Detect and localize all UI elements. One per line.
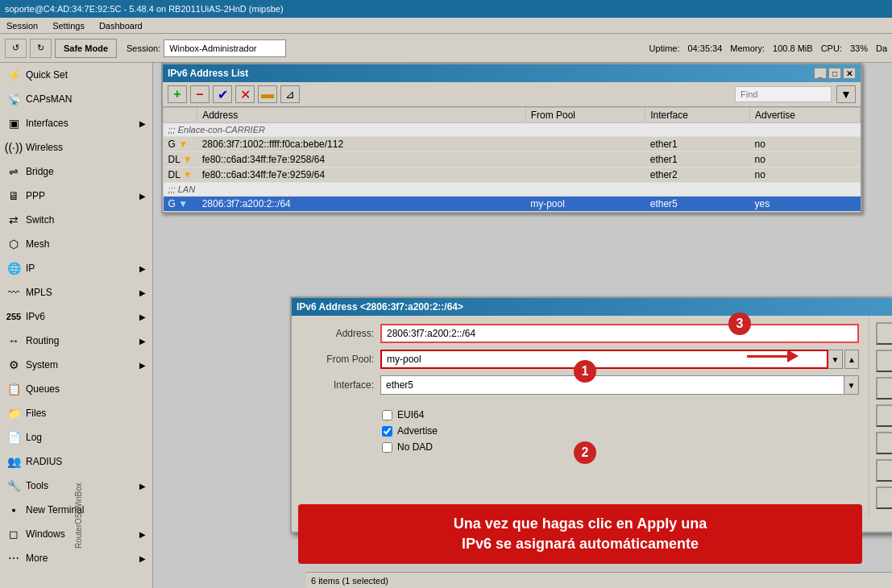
- move-button[interactable]: ▬: [258, 85, 277, 103]
- menu-bar: Session Settings Dashboard: [0, 18, 892, 34]
- disable-button[interactable]: Disable: [876, 404, 892, 427]
- sidebar-item-interfaces[interactable]: ▣ Interfaces ▶: [0, 111, 152, 135]
- sidebar-item-mpls[interactable]: 〰 MPLS ▶: [0, 280, 152, 304]
- find-input[interactable]: [735, 86, 832, 102]
- sidebar-label-mesh: Mesh: [26, 238, 49, 250]
- eui64-label[interactable]: EUI64: [397, 409, 424, 420]
- eui64-row: EUI64: [382, 409, 859, 420]
- ok-button[interactable]: OK: [876, 322, 892, 345]
- list-arrow-btn[interactable]: ▼: [836, 85, 856, 103]
- sidebar-label-ipv6: IPv6: [26, 311, 45, 322]
- memory-value: 100.8 MiB: [773, 43, 813, 53]
- row-interface: ether5: [645, 197, 750, 212]
- files-icon: 📁: [6, 406, 21, 420]
- cancel-button[interactable]: Cancel: [876, 350, 892, 372]
- edit-button[interactable]: ✔: [213, 85, 232, 103]
- sidebar-item-system[interactable]: ⚙ System ▶: [0, 353, 152, 377]
- row-advertise: no: [749, 137, 860, 152]
- sidebar-item-routing[interactable]: ↔ Routing ▶: [0, 329, 152, 353]
- add-button[interactable]: +: [168, 85, 187, 103]
- row-flag: DL ▼: [164, 152, 197, 168]
- sidebar-item-mesh[interactable]: ⬡ Mesh: [0, 232, 152, 256]
- cpu-label: CPU:: [821, 43, 842, 53]
- session-input[interactable]: [164, 39, 286, 57]
- row-pool: [525, 137, 645, 152]
- sidebar-item-log[interactable]: 📄 Log: [0, 425, 152, 449]
- status-right: Uptime: 04:35:34 Memory: 100.8 MiB CPU: …: [649, 43, 887, 53]
- sidebar-item-ip[interactable]: 🌐 IP ▶: [0, 256, 152, 280]
- sidebar-label-system: System: [26, 359, 58, 371]
- eui64-checkbox[interactable]: [382, 410, 392, 420]
- menu-settings[interactable]: Settings: [49, 20, 88, 31]
- col-header-from-pool[interactable]: From Pool: [525, 108, 645, 123]
- col-header-advertise[interactable]: Advertise: [749, 108, 860, 123]
- minimize-button[interactable]: _: [814, 68, 827, 79]
- col-header-empty: [164, 108, 197, 123]
- system-icon: ⚙: [6, 358, 21, 372]
- sidebar-item-files[interactable]: 📁 Files: [0, 401, 152, 425]
- row-pool: [525, 152, 645, 168]
- title-bar: soporte@C4:AD:34:7E:92:5C - 5.48.4 on RB…: [0, 0, 892, 18]
- ipv6-list-titlebar: IPv6 Address List _ □ ✕: [163, 64, 861, 82]
- no-dad-checkbox[interactable]: [382, 442, 392, 453]
- advertise-label[interactable]: Advertise: [397, 425, 438, 437]
- radius-icon: 👥: [6, 454, 21, 469]
- apply-button[interactable]: Apply: [876, 377, 892, 400]
- from-pool-up-btn[interactable]: ▲: [844, 350, 859, 369]
- from-pool-dropdown-btn[interactable]: ▼: [828, 350, 843, 369]
- ipv6-arrow: ▶: [139, 313, 146, 321]
- interface-select[interactable]: [380, 375, 844, 395]
- row-address: 2806:3f7:1002::ffff:f0ca:bebe/112: [197, 137, 526, 152]
- sidebar-item-ipv6[interactable]: 255 IPv6 ▶: [0, 304, 152, 329]
- sidebar-item-ppp[interactable]: 🖥 PPP ▶: [0, 184, 152, 208]
- sidebar-item-wireless[interactable]: ((·)) Wireless: [0, 135, 152, 159]
- table-row[interactable]: G ▼ 2806:3f7:1002::ffff:f0ca:bebe/112 et…: [164, 137, 861, 152]
- queues-icon: 📋: [6, 382, 21, 396]
- ppp-icon: 🖥: [6, 188, 21, 203]
- group-name-carrier: ;;; Enlace-con-CARRIER: [164, 123, 861, 137]
- menu-dashboard[interactable]: Dashboard: [96, 20, 146, 31]
- col-header-interface[interactable]: Interface: [645, 108, 750, 123]
- group-name-lan: ;;; LAN: [164, 183, 861, 197]
- annotation-banner: Una vez que hagas clic en Apply una IPv6…: [298, 504, 862, 564]
- address-input[interactable]: [380, 324, 859, 343]
- interface-dropdown-btn[interactable]: ▼: [844, 375, 859, 395]
- close-button[interactable]: ✕: [843, 68, 856, 79]
- sidebar-label-wireless: Wireless: [26, 142, 63, 153]
- group-header-carrier: ;;; Enlace-con-CARRIER: [164, 123, 861, 137]
- forward-button[interactable]: ↻: [30, 39, 52, 58]
- row-pool: my-pool: [525, 197, 645, 212]
- no-dad-row: No DAD: [382, 441, 859, 453]
- comment-button[interactable]: Comment: [876, 432, 892, 454]
- filter-button[interactable]: ⊿: [280, 85, 300, 103]
- row-flag: G ▼: [164, 137, 197, 152]
- arrow-line: [747, 355, 787, 358]
- table-row[interactable]: DL ▼ fe80::c6ad:34ff:fe7e:9259/64 ether2…: [164, 168, 861, 183]
- remove-button[interactable]: Remove: [876, 487, 892, 509]
- sidebar-item-bridge[interactable]: ⇌ Bridge: [0, 159, 152, 184]
- no-dad-label[interactable]: No DAD: [397, 441, 433, 453]
- col-header-address[interactable]: Address: [197, 108, 526, 123]
- banner-line2: IPv6 se asignará automáticamente: [311, 534, 849, 554]
- back-button[interactable]: ↺: [5, 39, 27, 58]
- sidebar-item-radius[interactable]: 👥 RADIUS: [0, 449, 152, 474]
- mpls-arrow: ▶: [139, 288, 146, 297]
- main-layout: ⚡ Quick Set 📡 CAPsMAN ▣ Interfaces ▶ ((·…: [0, 63, 892, 588]
- toolbar: ↺ ↻ Safe Mode Session: Uptime: 04:35:34 …: [0, 34, 892, 63]
- interface-label: Interface:: [301, 379, 374, 391]
- advertise-checkbox[interactable]: [382, 426, 392, 437]
- table-row[interactable]: DL ▼ fe80::c6ad:34ff:fe7e:9258/64 ether1…: [164, 152, 861, 168]
- mpls-icon: 〰: [6, 285, 21, 300]
- sidebar-item-quickset[interactable]: ⚡ Quick Set: [0, 63, 152, 87]
- delete-button[interactable]: ✕: [235, 85, 255, 103]
- sidebar-item-switch[interactable]: ⇄ Switch: [0, 208, 152, 232]
- table-row-selected[interactable]: G ▼ 2806:3f7:a200:2::/64 my-pool ether5 …: [164, 197, 861, 212]
- remove-button[interactable]: –: [190, 85, 210, 103]
- maximize-button[interactable]: □: [828, 68, 841, 79]
- memory-label: Memory:: [730, 43, 765, 53]
- sidebar-item-capsman[interactable]: 📡 CAPsMAN: [0, 87, 152, 111]
- menu-session[interactable]: Session: [3, 20, 41, 31]
- sidebar-item-queues[interactable]: 📋 Queues: [0, 377, 152, 401]
- copy-button[interactable]: Copy: [876, 459, 892, 482]
- safe-mode-button[interactable]: Safe Mode: [55, 39, 117, 58]
